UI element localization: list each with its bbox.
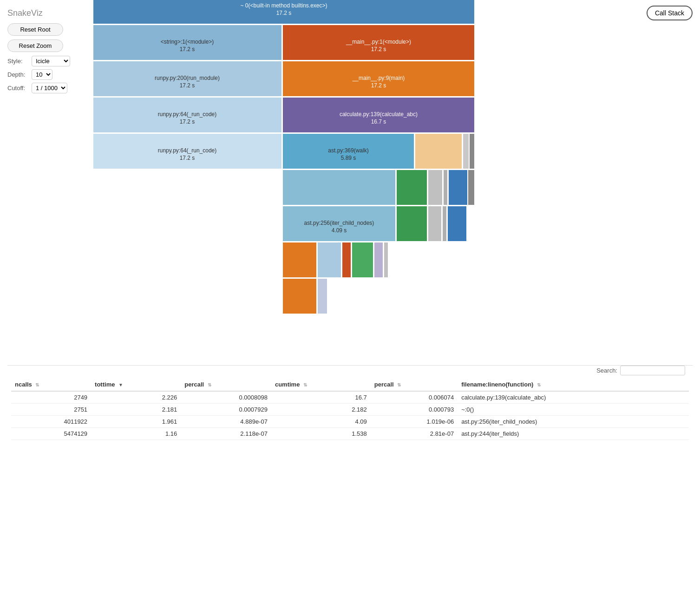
cell-cumtime: 1.538	[271, 428, 371, 440]
viz-block[interactable]	[449, 170, 467, 205]
viz-block[interactable]	[352, 243, 373, 277]
cell-percall: 0.0008098	[181, 391, 271, 404]
col-percall-label: percall	[184, 381, 204, 388]
viz-block[interactable]	[428, 206, 441, 241]
search-input[interactable]	[620, 366, 685, 375]
cell-ncalls: 4011922	[11, 416, 91, 428]
col-tottime-label: tottime	[95, 381, 115, 388]
col-cumtime[interactable]: cumtime ⇅	[271, 378, 371, 391]
table-row: 2749 2.226 0.0008098 16.7 0.006074 calcu…	[11, 391, 689, 404]
viz-block[interactable]	[397, 206, 427, 241]
viz-block[interactable]	[397, 170, 427, 205]
svg-text:4.09 s: 4.09 s	[332, 227, 347, 234]
svg-text:calculate.py:139(calculate_abc: calculate.py:139(calculate_abc)	[340, 111, 418, 118]
cell-ncalls: 2751	[11, 404, 91, 416]
svg-text:16.7 s: 16.7 s	[371, 118, 386, 125]
viz-block[interactable]	[463, 134, 469, 169]
table-row: 2751 2.181 0.0007929 2.182 0.000793 ~:0(…	[11, 404, 689, 416]
app-title: SnakeViz	[7, 8, 43, 18]
svg-text:17.2 s: 17.2 s	[180, 118, 195, 125]
viz-block[interactable]	[283, 243, 316, 277]
col-filename[interactable]: filename:lineno(function) ⇅	[458, 378, 689, 391]
col-ncalls-label: ncalls	[15, 381, 32, 388]
svg-text:__main__.py:1(<module>): __main__.py:1(<module>)	[346, 39, 411, 45]
cell-percall2: 0.006074	[371, 391, 458, 404]
viz-block[interactable]	[318, 243, 341, 277]
visualization: ~ 0(<built-in method builtins.exec>) 17.…	[93, 0, 474, 351]
col-percall2[interactable]: percall ⇅	[371, 378, 458, 391]
col-percall2-label: percall	[374, 381, 394, 388]
viz-block[interactable]	[448, 206, 466, 241]
svg-text:17.2 s: 17.2 s	[371, 82, 386, 89]
col-filename-label: filename:lineno(function)	[461, 381, 533, 388]
table-body: 2749 2.226 0.0008098 16.7 0.006074 calcu…	[11, 391, 689, 440]
cell-cumtime: 4.09	[271, 416, 371, 428]
sort-tottime-icon: ▼	[118, 382, 123, 387]
svg-text:ast.py:369(walk): ast.py:369(walk)	[328, 147, 368, 154]
cutoff-label: Cutoff:	[7, 85, 32, 92]
cell-tottime: 1.961	[91, 416, 181, 428]
viz-block[interactable]	[428, 170, 442, 205]
sort-filename-icon: ⇅	[537, 382, 541, 387]
viz-block[interactable]	[342, 243, 351, 277]
style-select[interactable]: Icicle Sunburst	[32, 56, 70, 66]
cell-ncalls: 5474129	[11, 428, 91, 440]
cell-tottime: 2.226	[91, 391, 181, 404]
col-percall[interactable]: percall ⇅	[181, 378, 271, 391]
viz-block[interactable]	[470, 134, 474, 169]
cell-filename: calculate.py:139(calculate_abc)	[458, 391, 689, 404]
cell-percall: 0.0007929	[181, 404, 271, 416]
table-row: 5474129 1.16 2.118e-07 1.538 2.81e-07 as…	[11, 428, 689, 440]
svg-text:17.2 s: 17.2 s	[180, 155, 195, 161]
viz-block[interactable]	[444, 170, 447, 205]
viz-block[interactable]	[374, 243, 383, 277]
sort-percall-icon: ⇅	[208, 382, 211, 387]
cell-tottime: 1.16	[91, 428, 181, 440]
reset-root-button[interactable]: Reset Root	[7, 23, 63, 36]
cell-percall2: 2.81e-07	[371, 428, 458, 440]
cell-percall: 2.118e-07	[181, 428, 271, 440]
table-row: 4011922 1.961 4.889e-07 4.09 1.019e-06 a…	[11, 416, 689, 428]
search-label: Search:	[596, 367, 617, 374]
cell-percall2: 1.019e-06	[371, 416, 458, 428]
viz-block[interactable]	[283, 170, 395, 205]
viz-block[interactable]	[384, 243, 388, 277]
svg-text:runpy.py:64(_run_code): runpy.py:64(_run_code)	[158, 147, 217, 154]
svg-text:runpy.py:64(_run_code): runpy.py:64(_run_code)	[158, 111, 217, 118]
sort-percall2-icon: ⇅	[397, 382, 401, 387]
cutoff-select[interactable]: 1 / 1000 1 / 500 1 / 100	[32, 83, 67, 93]
viz-block[interactable]	[93, 0, 474, 24]
cell-cumtime: 2.182	[271, 404, 371, 416]
cell-cumtime: 16.7	[271, 391, 371, 404]
depth-select[interactable]: 1234 5678 910	[32, 69, 52, 80]
cell-tottime: 2.181	[91, 404, 181, 416]
sort-ncalls-icon: ⇅	[35, 382, 39, 387]
cell-filename: ~:0()	[458, 404, 689, 416]
svg-text:17.2 s: 17.2 s	[371, 46, 386, 52]
svg-text:5.89 s: 5.89 s	[341, 155, 356, 161]
cell-ncalls: 2749	[11, 391, 91, 404]
call-stack-button[interactable]: Call Stack	[647, 6, 693, 20]
col-ncalls[interactable]: ncalls ⇅	[11, 378, 91, 391]
svg-text:runpy.py:200(run_module): runpy.py:200(run_module)	[155, 75, 220, 81]
viz-block[interactable]	[443, 206, 446, 241]
cell-percall2: 0.000793	[371, 404, 458, 416]
style-label: Style:	[7, 58, 32, 65]
depth-label: Depth:	[7, 71, 32, 78]
data-table: ncalls ⇅ tottime ▼ percall ⇅ cumtime ⇅	[11, 378, 689, 440]
viz-block[interactable]	[415, 134, 462, 169]
svg-text:17.2 s: 17.2 s	[180, 82, 195, 89]
svg-text:17.2 s: 17.2 s	[180, 46, 195, 52]
sort-cumtime-icon: ⇅	[303, 382, 307, 387]
cell-percall: 4.889e-07	[181, 416, 271, 428]
svg-text:<string>:1(<module>): <string>:1(<module>)	[161, 39, 214, 45]
viz-block[interactable]	[283, 279, 316, 314]
col-tottime[interactable]: tottime ▼	[91, 378, 181, 391]
viz-block[interactable]	[318, 279, 327, 314]
svg-text:__main__.py:9(main): __main__.py:9(main)	[352, 75, 405, 81]
cell-filename: ast.py:256(iter_child_nodes)	[458, 416, 689, 428]
table-header-row: ncalls ⇅ tottime ▼ percall ⇅ cumtime ⇅	[11, 378, 689, 391]
cell-filename: ast.py:244(iter_fields)	[458, 428, 689, 440]
reset-zoom-button[interactable]: Reset Zoom	[7, 39, 63, 52]
viz-block[interactable]	[468, 170, 474, 205]
